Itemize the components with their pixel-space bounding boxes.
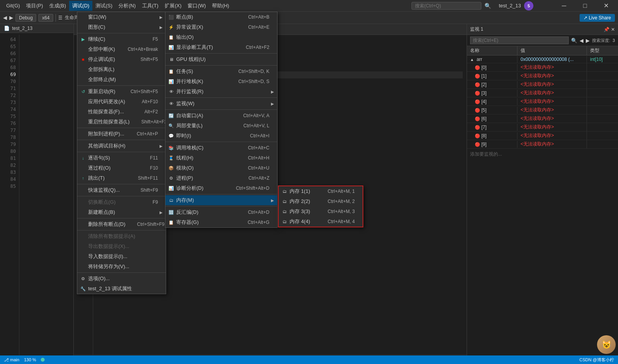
maximize-button[interactable]: □ — [576, 0, 594, 12]
sub-output[interactable]: 📋 输出(O) — [165, 32, 277, 42]
menu-extensions[interactable]: 扩展(X) — [161, 1, 184, 11]
sub-diag-tools[interactable]: 📊 显示诊断工具(T) Ctrl+Alt+F2 — [165, 42, 277, 52]
sub-disassembly[interactable]: 🔢 反汇编(D) Ctrl+Alt+D — [165, 207, 277, 217]
watch-row[interactable]: 🔴[1]<无法读取内存> — [467, 72, 618, 80]
watch-add-hint[interactable]: 添加要监视的... — [467, 149, 618, 160]
sub-locals[interactable]: 🔍 局部变量(L) Ctrl+Alt+V, L — [165, 121, 277, 131]
menu-item-other-targets[interactable]: 其他调试目标(H) — [77, 141, 166, 151]
status-bar: ⎇ main 130 % CSDN @博客小柠 — [0, 355, 618, 364]
error-icon: 🔴 — [475, 91, 480, 95]
watch-row[interactable]: 🔴[2]<无法读取内存> — [467, 80, 618, 89]
memory-4[interactable]: 🗂 内存 4(4) Ctrl+Alt+M, 4 — [279, 217, 363, 227]
code-gutter — [19, 35, 73, 362]
sub-gpu-threads[interactable]: 🖥 GPU 线程(U) — [165, 54, 277, 64]
menu-item-step-into[interactable]: ↓ 逐语句(S) F11 — [77, 153, 166, 163]
watch-row[interactable]: 🔴[5]<无法读取内存> — [467, 106, 618, 114]
minimize-button[interactable]: ─ — [555, 0, 573, 12]
memory-1[interactable]: 🗂 内存 1(1) Ctrl+Alt+M, 1 — [279, 186, 363, 196]
window-dropdown: ⬛ 断点(B) Ctrl+Alt+B ⚡ 异常设置(X) Ctrl+Alt+E … — [165, 12, 278, 228]
menu-item-attach-process[interactable]: 附加到进程(P)... Ctrl+Alt+P — [77, 129, 166, 139]
menu-item-options[interactable]: ⚙ 选项(O)... — [77, 274, 166, 284]
menu-item-delete-all-bp[interactable]: 删除所有断点(D) Ctrl+Shift+F9 — [77, 219, 166, 229]
menu-item-debug-properties[interactable]: 🔧 test_2_13 调试属性 — [77, 284, 166, 294]
menu-item-apply-code[interactable]: 应用代码更改(A) Alt+F10 — [77, 97, 166, 107]
menu-help[interactable]: 帮助(H) — [209, 1, 232, 11]
watch-row[interactable]: ▲ arr0x0000000000000008 (...int[10] — [467, 55, 618, 63]
watch-row[interactable]: 🔴[7]<无法读取内存> — [467, 123, 618, 132]
registers-icon: 📋 — [168, 220, 175, 225]
next-icon[interactable]: ▶ — [586, 38, 590, 43]
error-icon: 🔴 — [475, 142, 480, 147]
watch-row[interactable]: 🔴[3]<无法读取内存> — [467, 89, 618, 97]
back-icon[interactable]: ◀ — [3, 15, 7, 21]
menu-test[interactable]: 测试(S) — [92, 1, 115, 11]
menu-item-window[interactable]: 窗口(W) — [77, 12, 166, 22]
menu-debug[interactable]: 调试(D) — [69, 1, 92, 11]
sub-immediate[interactable]: 💬 即时(I) Ctrl+Alt+I — [165, 131, 277, 141]
memory-3[interactable]: 🗂 内存 3(3) Ctrl+Alt+M, 3 — [279, 206, 363, 217]
menu-item-continue[interactable]: ▶ 继续(C) F5 — [77, 34, 166, 44]
watch-row[interactable]: 🔴[6]<无法读取内存> — [467, 114, 618, 123]
watch-close-icon[interactable]: ✕ — [611, 27, 615, 32]
menu-analyze[interactable]: 分析(N) — [115, 1, 139, 11]
parallel-stacks-icon: 📊 — [168, 79, 175, 84]
watch-pin-icon[interactable]: 📌 — [604, 27, 609, 32]
sub-threads[interactable]: 🧵 线程(H) Ctrl+Alt+H — [165, 153, 277, 163]
menu-item-step-out[interactable]: ↑ 跳出(T) Shift+F11 — [77, 173, 166, 183]
watch-row[interactable]: 🔴[9]<无法读取内存> — [467, 140, 618, 149]
menu-item-break-all[interactable]: 全部中断(K) Ctrl+Alt+Break — [77, 44, 166, 54]
arch-select[interactable]: x64 — [38, 14, 53, 22]
sep-w6 — [165, 194, 277, 194]
toolbar-sep-1 — [56, 14, 56, 22]
menu-item-graphics[interactable]: 图形(C) — [77, 22, 166, 32]
menu-tools[interactable]: 工具(T) — [139, 1, 162, 11]
watch-row[interactable]: 🔴[0]<无法读取内存> — [467, 63, 618, 72]
sub-diag-analysis[interactable]: 📊 诊断分析(D) Ctrl+Shift+Alt+D — [165, 183, 277, 193]
prev-icon[interactable]: ◀ — [580, 38, 583, 43]
menu-item-import-datatips[interactable]: 导入数据提示(I)... — [77, 251, 166, 262]
watch-row[interactable]: 🔴[8]<无法读取内存> — [467, 132, 618, 140]
menu-bar: Git(G) 项目(P) 生成(B) 调试(D) 测试(S) 分析(N) 工具(… — [0, 0, 618, 12]
menu-item-perf-profiler[interactable]: 性能探查器(F)... Alt+F2 — [77, 107, 166, 117]
live-share-button[interactable]: ↗ Live Share — [580, 14, 615, 22]
sub-parallel-stacks[interactable]: 📊 并行堆栈(K) Ctrl+Shift+D, S — [165, 76, 277, 87]
memory-2[interactable]: 🗂 内存 2(2) Ctrl+Alt+M, 2 — [279, 196, 363, 206]
menu-item-new-breakpoint[interactable]: 新建断点(B) — [77, 207, 166, 217]
debug-mode-select[interactable]: Debug — [16, 14, 36, 22]
search-input[interactable] — [411, 2, 481, 10]
sub-modules[interactable]: 📦 模块(O) Ctrl+Alt+U — [165, 163, 277, 173]
menu-item-step-over[interactable]: 逐过程(O) F10 — [77, 163, 166, 173]
menu-git[interactable]: Git(G) — [3, 1, 23, 10]
menu-item-quick-watch[interactable]: 快速监视(Q)... Shift+F9 — [77, 185, 166, 195]
menu-project[interactable]: 项目(P) — [23, 1, 46, 11]
sub-tasks[interactable]: 📋 任务(S) Ctrl+Shift+D, K — [165, 66, 277, 76]
sep-w3 — [165, 97, 277, 98]
menu-build[interactable]: 生成(B) — [46, 1, 69, 11]
menu-item-restart-profiler[interactable]: 重启性能探查器(L) Shift+Alt+F2 — [77, 117, 166, 127]
menu-item-terminate-all[interactable]: 全部终止(M) — [77, 75, 166, 85]
sub-memory[interactable]: 🗂 内存(M) — [165, 195, 277, 205]
forward-icon[interactable]: ▶ — [9, 15, 13, 21]
restart-icon: ↺ — [80, 89, 87, 94]
sub-breakpoints[interactable]: ⬛ 断点(B) Ctrl+Alt+B — [165, 12, 277, 22]
sub-parallel-watch[interactable]: 👁 并行监视(R) — [165, 87, 277, 97]
menu-window[interactable]: 窗口(W) — [184, 1, 209, 11]
menu-item-clear-datatips: 清除所有数据提示(A) — [77, 231, 166, 241]
sub-call-stack[interactable]: 📚 调用堆栈(C) Ctrl+Alt+C — [165, 143, 277, 153]
menu-item-save-dump[interactable]: 将转储另存为(V)... — [77, 262, 166, 272]
expand-arrow: ▲ — [470, 57, 475, 62]
error-icon: 🔴 — [475, 108, 480, 113]
close-button[interactable]: ✕ — [597, 0, 615, 12]
menu-item-detach-all[interactable]: 全部拆离(L) — [77, 64, 166, 75]
sub-processes[interactable]: ⚙ 进程(P) Ctrl+Alt+Z — [165, 173, 277, 183]
watch-row[interactable]: 🔴[4]<无法读取内存> — [467, 97, 618, 106]
sub-registers[interactable]: 📋 寄存器(G) Ctrl+Alt+G — [165, 217, 277, 227]
sub-watch[interactable]: 👁 监视(W) — [165, 99, 277, 109]
watch-search-input[interactable] — [470, 36, 569, 44]
sep8 — [77, 218, 166, 218]
menu-item-restart[interactable]: ↺ 重新启动(R) Ctrl+Shift+F5 — [77, 87, 166, 97]
sub-autos[interactable]: 🔄 自动窗口(A) Ctrl+Alt+V, A — [165, 111, 277, 121]
sub-exception-settings[interactable]: ⚡ 异常设置(X) Ctrl+Alt+E — [165, 22, 277, 32]
menu-item-stop-debug[interactable]: ■ 停止调试(E) Shift+F5 — [77, 54, 166, 64]
search-icon[interactable]: 🔍 — [571, 38, 577, 43]
